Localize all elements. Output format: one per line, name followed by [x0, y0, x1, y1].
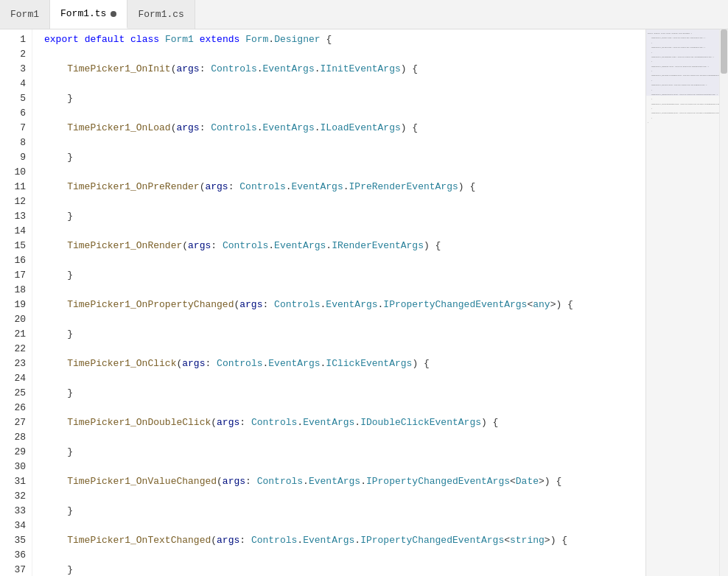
line-number-4: 4 — [6, 77, 26, 91]
code-line-32 — [44, 489, 645, 504]
code-line-18 — [44, 283, 645, 298]
code-line-3: TimePicker1_OnInit(args: Controls.EventA… — [44, 62, 645, 77]
scrollbar[interactable] — [719, 29, 728, 576]
code-line-17: } — [44, 268, 645, 283]
code-line-1: export default class Form1 extends Form.… — [44, 32, 645, 47]
code-line-12 — [44, 194, 645, 209]
tab-form1[interactable]: Form1 — [0, 0, 50, 29]
code-line-34 — [44, 519, 645, 533]
line-number-31: 31 — [6, 474, 26, 489]
minimap-content: export default class Form1 extends Form.… — [646, 29, 719, 127]
line-number-28: 28 — [6, 430, 26, 445]
line-number-19: 19 — [6, 298, 26, 312]
line-number-6: 6 — [6, 106, 26, 121]
code-line-7: TimePicker1_OnLoad(args: Controls.EventA… — [44, 121, 645, 136]
line-number-35: 35 — [6, 533, 26, 548]
line-number-20: 20 — [6, 312, 26, 327]
line-number-32: 32 — [6, 489, 26, 504]
line-number-7: 7 — [6, 121, 26, 136]
line-number-9: 9 — [6, 150, 26, 165]
code-line-33: } — [44, 504, 645, 519]
code-line-6 — [44, 106, 645, 121]
code-line-4 — [44, 77, 645, 91]
line-number-24: 24 — [6, 371, 26, 386]
scrollbar-thumb[interactable] — [721, 29, 727, 74]
line-number-26: 26 — [6, 401, 26, 415]
tab-form1ts[interactable]: Form1.ts — [50, 0, 127, 29]
line-number-22: 22 — [6, 342, 26, 357]
line-number-11: 11 — [6, 180, 26, 194]
code-line-27: TimePicker1_OnDoubleClick(args: Controls… — [44, 415, 645, 430]
code-lines[interactable]: export default class Form1 extends Form.… — [32, 29, 645, 576]
code-line-21: } — [44, 327, 645, 342]
line-number-10: 10 — [6, 165, 26, 180]
code-line-20 — [44, 312, 645, 327]
line-number-23: 23 — [6, 357, 26, 371]
code-line-14 — [44, 224, 645, 239]
code-line-36 — [44, 548, 645, 563]
line-number-21: 21 — [6, 327, 26, 342]
code-line-11: TimePicker1_OnPreRender(args: Controls.E… — [44, 180, 645, 194]
line-number-13: 13 — [6, 209, 26, 224]
line-number-1: 1 — [6, 32, 26, 47]
line-number-3: 3 — [6, 62, 26, 77]
code-area[interactable]: 1234567891011121314151617181920212223242… — [0, 29, 645, 576]
tab-bar: Form1 Form1.ts Form1.cs — [0, 0, 728, 29]
code-line-25: } — [44, 386, 645, 401]
code-line-30 — [44, 460, 645, 474]
code-line-29: } — [44, 445, 645, 460]
line-number-27: 27 — [6, 415, 26, 430]
code-line-5: } — [44, 91, 645, 106]
tab-form1-label: Form1 — [10, 9, 39, 20]
code-line-26 — [44, 401, 645, 415]
tab-form1ts-label: Form1.ts — [60, 8, 106, 19]
line-number-14: 14 — [6, 224, 26, 239]
code-line-13: } — [44, 209, 645, 224]
line-number-18: 18 — [6, 283, 26, 298]
line-number-15: 15 — [6, 239, 26, 253]
line-number-37: 37 — [6, 563, 26, 576]
line-numbers: 1234567891011121314151617181920212223242… — [0, 29, 32, 576]
code-line-31: TimePicker1_OnValueChanged(args: Control… — [44, 474, 645, 489]
editor-container: 1234567891011121314151617181920212223242… — [0, 29, 728, 576]
code-line-16 — [44, 253, 645, 268]
minimap[interactable]: export default class Form1 extends Form.… — [645, 29, 719, 576]
code-line-24 — [44, 371, 645, 386]
line-number-29: 29 — [6, 445, 26, 460]
line-number-2: 2 — [6, 47, 26, 62]
line-number-12: 12 — [6, 194, 26, 209]
line-number-25: 25 — [6, 386, 26, 401]
line-number-34: 34 — [6, 519, 26, 533]
code-line-37: } — [44, 563, 645, 576]
code-line-2 — [44, 47, 645, 62]
line-number-16: 16 — [6, 253, 26, 268]
code-line-10 — [44, 165, 645, 180]
code-line-15: TimePicker1_OnRender(args: Controls.Even… — [44, 239, 645, 253]
code-line-19: TimePicker1_OnPropertyChanged(args: Cont… — [44, 298, 645, 312]
line-number-8: 8 — [6, 136, 26, 150]
line-number-5: 5 — [6, 91, 26, 106]
tab-form1cs[interactable]: Form1.cs — [127, 0, 195, 29]
line-number-17: 17 — [6, 268, 26, 283]
code-line-8 — [44, 136, 645, 150]
code-line-28 — [44, 430, 645, 445]
line-number-36: 36 — [6, 548, 26, 563]
line-number-33: 33 — [6, 504, 26, 519]
code-line-22 — [44, 342, 645, 357]
line-number-30: 30 — [6, 460, 26, 474]
code-line-23: TimePicker1_OnClick(args: Controls.Event… — [44, 357, 645, 371]
code-line-9: } — [44, 150, 645, 165]
code-line-35: TimePicker1_OnTextChanged(args: Controls… — [44, 533, 645, 548]
tab-form1cs-label: Form1.cs — [138, 9, 183, 20]
tab-form1ts-modified-dot — [111, 11, 116, 17]
